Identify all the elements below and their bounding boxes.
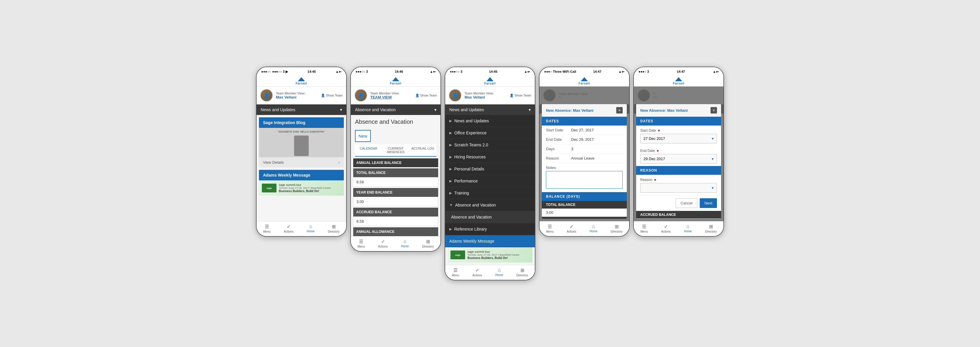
tab-accrual-log[interactable]: ACCRUAL LOG <box>409 144 436 156</box>
menu-hiring-resources[interactable]: ▶ Hiring Resources <box>445 151 535 163</box>
new-absence-button[interactable]: New <box>355 130 371 142</box>
tab-calendar[interactable]: CALENDAR <box>355 144 382 157</box>
nav-actions-1[interactable]: ✓ Actions <box>282 223 296 234</box>
menu-personal-details[interactable]: ▶ Personal Details <box>445 163 535 175</box>
menu-news-updates[interactable]: ▶ News and Updates <box>445 115 535 127</box>
balance-section-2: ANNUAL LEAVE BALANCE TOTAL BALANCE 8.58 … <box>351 158 441 236</box>
section-title-2: Absence and Vacation <box>355 107 396 112</box>
next-button-5[interactable]: Next <box>700 198 717 208</box>
menu-training[interactable]: ▶ Training <box>445 187 535 199</box>
content-area-1: Sage Integration Blog "GOODBYE SAM, HELL… <box>256 115 346 221</box>
check-icon-5: ✓ <box>664 224 668 229</box>
nav-home-4[interactable]: ⌂ Home <box>587 223 600 234</box>
end-date-arrow: ▾ <box>712 157 714 161</box>
app-header-5: Farsail <box>634 75 724 86</box>
nav-menu-2[interactable]: ☰ Menu <box>355 238 367 249</box>
accrued-value-2: 8.58 <box>353 216 438 226</box>
nav-menu-4[interactable]: ☰ Menu <box>544 223 556 234</box>
dialog-close-4[interactable]: × <box>616 107 623 114</box>
end-date-select-5[interactable]: 29 Dec 2017 ▾ <box>640 154 717 164</box>
farsail-logo-3: Farsail <box>445 77 535 85</box>
sage-blog-item[interactable]: Sage Integration Blog <box>259 117 344 128</box>
menu-absence-vacation-sub[interactable]: Absence and Vacation <box>445 211 535 223</box>
section-header-1[interactable]: News and Updates ▾ <box>256 104 346 115</box>
nav-menu-1[interactable]: ☰ Menu <box>261 223 273 234</box>
view-details-button[interactable]: View Details › <box>259 157 344 168</box>
dropdown-arrow-1: ▾ <box>340 107 342 112</box>
dialog-title-5: New Absence: Max Vellani <box>640 108 688 113</box>
time-5: 14:47 <box>677 70 685 74</box>
start-date-required: ● <box>657 128 660 133</box>
avatar-image-1: 👤 <box>261 90 272 101</box>
total-balance-label-2: TOTAL BALANCE <box>353 168 438 177</box>
reason-label-5: Reason ● <box>640 177 717 182</box>
menu-office-experience[interactable]: ▶ Office Experience <box>445 127 535 139</box>
annual-allowance-label-2: ANNUAL ALLOWANCE <box>353 227 438 236</box>
end-date-group-5: End Date ● 29 Dec 2017 ▾ <box>636 146 721 166</box>
nav-directory-2[interactable]: ⊞ Directory <box>420 238 436 249</box>
status-left-4: ●●●○ Three WiFi Call <box>544 70 576 74</box>
adams-item[interactable]: Adams Weekly Message <box>259 170 344 181</box>
reason-group-5: Reason ● ▾ <box>636 175 721 195</box>
nav-actions-5[interactable]: ✓ Actions <box>659 223 673 234</box>
show-team-button-3[interactable]: 👤 Show Team <box>510 94 531 98</box>
nav-actions-2[interactable]: ✓ Actions <box>376 238 390 249</box>
nav-home-5[interactable]: ⌂ Home <box>681 223 694 234</box>
app-header-1: Farsail <box>256 75 346 86</box>
dialog-close-5[interactable]: × <box>711 107 717 114</box>
check-icon-4: ✓ <box>570 224 573 229</box>
screen4-bg: 👤 Team Member View: A... A... Ab... New … <box>539 86 629 221</box>
nav-home-3[interactable]: ⌂ Home <box>493 267 506 277</box>
dates-section-4: DATES <box>542 117 627 126</box>
home-icon-5: ⌂ <box>687 224 689 229</box>
cancel-button-5[interactable]: Cancel <box>676 198 697 208</box>
status-right-1: ▲♦▪ <box>336 70 342 74</box>
nav-directory-4[interactable]: ⊞ Directory <box>608 223 625 234</box>
section-header-3[interactable]: News and Updates ▾ <box>445 104 535 115</box>
screen5-bg: 👤 T... am Ab... Ab... New Absence: <box>634 86 724 221</box>
nav-actions-4[interactable]: ✓ Actions <box>565 223 579 234</box>
grid-icon-4: ⊞ <box>615 224 619 229</box>
notes-section-4: Notes <box>542 163 627 192</box>
farsail-logo-2: Farsail <box>351 77 441 85</box>
dialog-box-4: New Absence: Max Vellani × DATES Start D… <box>542 104 627 219</box>
sage-summit-text: sage summit tour Toronto June 27-28, 201… <box>279 183 331 193</box>
total-balance-light-4: 3.00 <box>542 209 627 217</box>
menu-scratch-teams[interactable]: ▶ Scratch Teams 2.0 <box>445 139 535 151</box>
user-info-3: Team Member View: Max Vellani <box>465 91 507 99</box>
nav-home-2[interactable]: ⌂ Home <box>399 238 411 249</box>
screen-4: ●●●○ Three WiFi Call 14:47 ▲♦▪ Farsail 👤… <box>539 67 630 237</box>
check-icon-3: ✓ <box>476 267 479 273</box>
reason-select-5[interactable]: ▾ <box>640 183 717 193</box>
status-bar-2: ●●●○○ 3 14:46 ▲♦▪ <box>351 67 441 75</box>
show-team-button-1[interactable]: 👤 Show Team <box>321 94 343 98</box>
notes-textarea-4[interactable] <box>546 171 623 189</box>
nav-directory-1[interactable]: ⊞ Directory <box>325 223 342 234</box>
logo-triangle-5 <box>675 77 682 81</box>
reason-section-5: REASON <box>636 166 721 175</box>
nav-home-1[interactable]: ⌂ Home <box>304 223 317 234</box>
time-4: 14:47 <box>593 70 601 74</box>
dialog-header-5: New Absence: Max Vellani × <box>636 104 721 117</box>
nav-menu-5[interactable]: ☰ Menu <box>638 223 650 234</box>
nav-menu-3[interactable]: ☰ Menu <box>450 267 461 277</box>
section-header-2[interactable]: Absence and Vacation ▾ <box>351 104 441 115</box>
nav-directory-5[interactable]: ⊞ Directory <box>703 223 719 234</box>
nav-directory-3[interactable]: ⊞ Directory <box>514 267 530 277</box>
tab-current-absences[interactable]: CURRENT ABSENCES <box>382 144 409 156</box>
menu-performance[interactable]: ▶ Performance <box>445 175 535 187</box>
menu-icon-5: ☰ <box>642 224 646 229</box>
menu-absence-vacation[interactable]: ▼ Absence and Vacation <box>445 199 535 211</box>
start-date-select-5[interactable]: 27 Dec 2017 ▾ <box>640 134 717 144</box>
nav-actions-3[interactable]: ✓ Actions <box>470 267 484 277</box>
user-info-2: Team Member View: TEAM VIEW <box>370 91 412 99</box>
avatar-image-3: 👤 <box>449 90 461 101</box>
home-icon-1: ⌂ <box>309 224 312 229</box>
menu-adams-weekly[interactable]: Adams Weekly Message <box>445 235 535 247</box>
dialog-title-4: New Absence: Max Vellani <box>546 108 593 113</box>
start-date-label-5: Start Date ● <box>640 128 717 133</box>
sage-summit-3: sage sage summit tour Toronto June 27-28… <box>447 247 533 262</box>
menu-reference-library[interactable]: ▶ Reference Library <box>445 223 535 235</box>
show-team-button-2[interactable]: 👤 Show Team <box>415 94 437 98</box>
signal-icon: ●●●○○ <box>261 70 271 74</box>
